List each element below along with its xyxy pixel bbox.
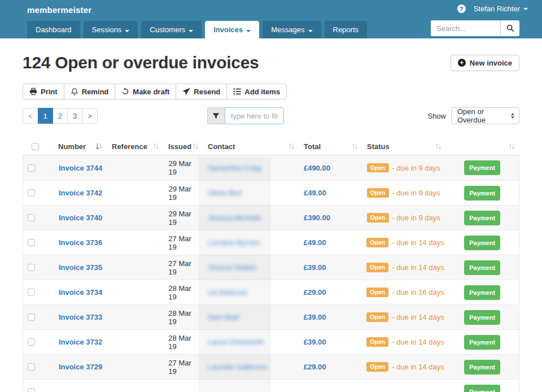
- pagination-page-3[interactable]: 3: [67, 108, 82, 124]
- select-all-checkbox[interactable]: [32, 143, 39, 150]
- total-link[interactable]: £490.00: [304, 164, 330, 172]
- tab-dashboard[interactable]: Dashboard: [27, 21, 80, 38]
- sort-icon[interactable]: [289, 143, 295, 150]
- pagination-prev[interactable]: <: [23, 108, 38, 124]
- total-link[interactable]: £49.00: [304, 238, 326, 247]
- add-items-button[interactable]: Add items: [226, 84, 287, 99]
- contact-link[interactable]: Victoria Walker: [208, 263, 257, 272]
- undo-icon: [121, 88, 129, 95]
- pagination-next[interactable]: >: [82, 108, 98, 124]
- total-link[interactable]: £390.00: [304, 214, 330, 222]
- filter-input[interactable]: [225, 107, 284, 124]
- make-draft-button[interactable]: Make draft: [115, 84, 176, 99]
- top-navigation-bar: membermeister ? Stefan Richter Dashboard…: [0, 0, 542, 38]
- contact-link[interactable]: Lorraine Byrnes: [208, 238, 260, 247]
- tab-reports[interactable]: Reports: [325, 21, 368, 38]
- payment-button[interactable]: Payment: [464, 160, 500, 175]
- issued-cell: 27 Mar 19: [164, 359, 203, 376]
- column-contact: Contact: [208, 142, 235, 151]
- sort-desc-icon[interactable]: [95, 143, 103, 150]
- payment-button[interactable]: Payment: [464, 211, 500, 225]
- contact-link[interactable]: Olivia Bird: [208, 189, 241, 197]
- invoice-link[interactable]: Invoice 3732: [59, 338, 102, 346]
- tab-invoices[interactable]: Invoices: [205, 21, 259, 42]
- list-icon: [233, 88, 241, 95]
- show-select[interactable]: Open or Overdue: [451, 107, 519, 124]
- sort-icon[interactable]: [153, 143, 159, 150]
- contact-link[interactable]: Dani Blair: [208, 313, 239, 321]
- app-logo[interactable]: membermeister: [27, 5, 91, 15]
- pagination-page-2[interactable]: 2: [53, 108, 68, 124]
- contact-link[interactable]: Laurelle Gallimore: [208, 363, 268, 371]
- sort-icon[interactable]: [435, 143, 442, 150]
- row-checkbox[interactable]: [28, 264, 35, 271]
- row-checkbox[interactable]: [28, 289, 35, 296]
- app-root: membermeister ? Stefan Richter Dashboard…: [0, 0, 542, 392]
- filter-button[interactable]: [207, 107, 225, 124]
- add-items-label: Add items: [244, 88, 280, 96]
- sort-icon[interactable]: [509, 143, 515, 150]
- table-row: Invoice 3736 27 Mar 19 Lorraine Byrnes £…: [23, 230, 519, 255]
- funnel-icon: [212, 112, 220, 120]
- resend-button[interactable]: Resend: [176, 84, 227, 99]
- contact-link[interactable]: Jessica Michelle: [208, 214, 261, 222]
- status-badge: Open: [366, 337, 388, 347]
- issued-cell: 28 Mar 19: [164, 309, 203, 326]
- invoice-link[interactable]: Invoice 3740: [59, 214, 102, 222]
- invoice-link[interactable]: Invoice 3733: [59, 313, 102, 321]
- tab-sessions[interactable]: Sessions: [84, 21, 138, 38]
- invoice-link[interactable]: Invoice 3729: [59, 363, 102, 371]
- search-input[interactable]: [431, 20, 500, 36]
- tab-label: Sessions: [92, 25, 122, 34]
- row-checkbox[interactable]: [28, 388, 35, 392]
- total-link[interactable]: £39.00: [304, 313, 326, 321]
- total-link[interactable]: £29.00: [304, 288, 326, 297]
- issued-cell: 27 Mar 19: [164, 234, 203, 251]
- tab-customers[interactable]: Customers: [141, 21, 202, 38]
- user-menu[interactable]: Stefan Richter: [474, 5, 528, 13]
- show-select-value: Open or Overdue: [457, 107, 504, 124]
- tab-messages[interactable]: Messages: [263, 21, 321, 38]
- status-badge: Open: [366, 362, 388, 372]
- remind-button[interactable]: Remind: [64, 84, 116, 99]
- print-button[interactable]: Print: [23, 84, 64, 99]
- new-invoice-label: New invoice: [470, 59, 512, 67]
- row-checkbox[interactable]: [28, 363, 35, 371]
- pagination-page-1[interactable]: 1: [38, 108, 53, 124]
- invoice-link[interactable]: Invoice 3736: [59, 238, 102, 247]
- help-icon[interactable]: ?: [457, 5, 466, 13]
- status-badge: Open: [367, 163, 389, 173]
- row-checkbox[interactable]: [28, 164, 35, 172]
- invoice-link[interactable]: Invoice 3734: [59, 288, 102, 297]
- total-link[interactable]: £39.00: [304, 263, 326, 272]
- payment-button[interactable]: Payment: [464, 236, 500, 250]
- header-search: [431, 20, 519, 36]
- row-checkbox[interactable]: [28, 214, 35, 221]
- invoice-link[interactable]: Invoice 3742: [59, 189, 102, 197]
- payment-button[interactable]: Payment: [464, 360, 500, 374]
- contact-link[interactable]: Laura Chesworth: [208, 338, 264, 346]
- invoice-link[interactable]: Invoice 3735: [59, 263, 102, 272]
- sort-icon[interactable]: [193, 143, 199, 150]
- total-link[interactable]: £39.00: [304, 338, 326, 346]
- payment-button[interactable]: Payment: [464, 385, 500, 392]
- sort-icon[interactable]: [352, 143, 358, 150]
- payment-button[interactable]: Payment: [464, 186, 500, 201]
- payment-button[interactable]: Payment: [464, 260, 500, 275]
- invoice-link[interactable]: Invoice 3744: [59, 164, 102, 172]
- row-checkbox[interactable]: [28, 313, 35, 321]
- contact-link[interactable]: Samantha Craig: [208, 164, 261, 172]
- select-stepper-icon: [511, 113, 514, 119]
- row-checkbox[interactable]: [28, 239, 35, 246]
- tab-label: Messages: [271, 25, 304, 34]
- payment-button[interactable]: Payment: [464, 310, 500, 325]
- total-link[interactable]: £29.00: [304, 363, 326, 371]
- contact-link[interactable]: Lili Badcock: [208, 288, 247, 297]
- new-invoice-button[interactable]: + New invoice: [451, 55, 519, 71]
- row-checkbox[interactable]: [28, 189, 35, 197]
- payment-button[interactable]: Payment: [464, 335, 500, 350]
- total-link[interactable]: £49.00: [304, 189, 326, 197]
- payment-button[interactable]: Payment: [464, 285, 500, 300]
- row-checkbox[interactable]: [28, 338, 35, 346]
- search-button[interactable]: [500, 20, 519, 36]
